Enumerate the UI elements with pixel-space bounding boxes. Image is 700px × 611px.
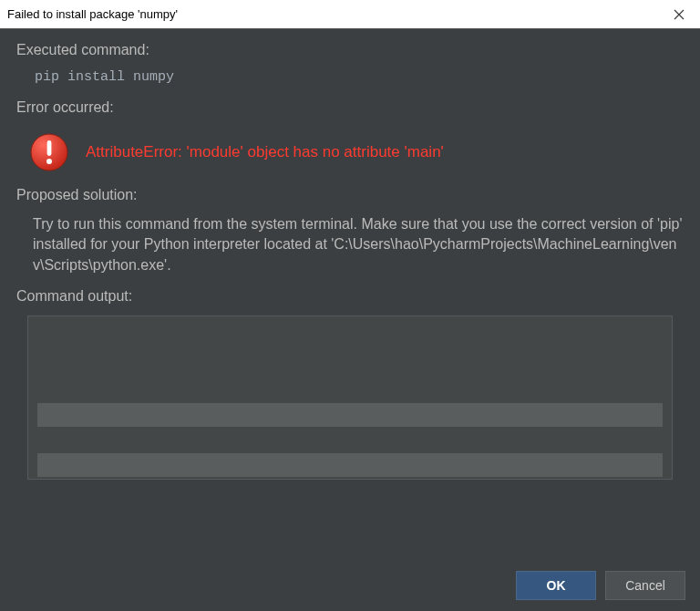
command-output-box[interactable]: Traceback (most recent call last): File … bbox=[27, 316, 673, 480]
svg-point-2 bbox=[46, 159, 52, 164]
executed-command-label: Executed command: bbox=[16, 42, 684, 58]
close-button[interactable] bbox=[658, 0, 700, 29]
svg-rect-1 bbox=[47, 140, 52, 156]
output-lines: Traceback (most recent call last): File … bbox=[37, 425, 663, 481]
proposed-solution-label: Proposed solution: bbox=[16, 187, 684, 203]
error-message: AttributeError: 'module' object has no a… bbox=[86, 143, 444, 161]
ok-button[interactable]: OK bbox=[516, 571, 596, 600]
error-occurred-label: Error occurred: bbox=[16, 99, 684, 116]
dialog-content: Executed command: pip install numpy Erro… bbox=[0, 29, 700, 558]
cancel-button[interactable]: Cancel bbox=[605, 571, 685, 600]
executed-command-text: pip install numpy bbox=[16, 69, 684, 99]
output-highlight bbox=[37, 403, 663, 427]
command-output-label: Command output: bbox=[16, 288, 684, 305]
error-row: AttributeError: 'module' object has no a… bbox=[16, 127, 684, 187]
dialog-button-row: OK Cancel bbox=[516, 571, 685, 600]
close-icon bbox=[674, 9, 685, 20]
titlebar: Failed to install package 'numpy' bbox=[0, 0, 700, 29]
error-icon bbox=[29, 132, 69, 172]
window-title: Failed to install package 'numpy' bbox=[7, 7, 178, 21]
proposed-solution-text: Try to run this command from the system … bbox=[16, 214, 684, 288]
